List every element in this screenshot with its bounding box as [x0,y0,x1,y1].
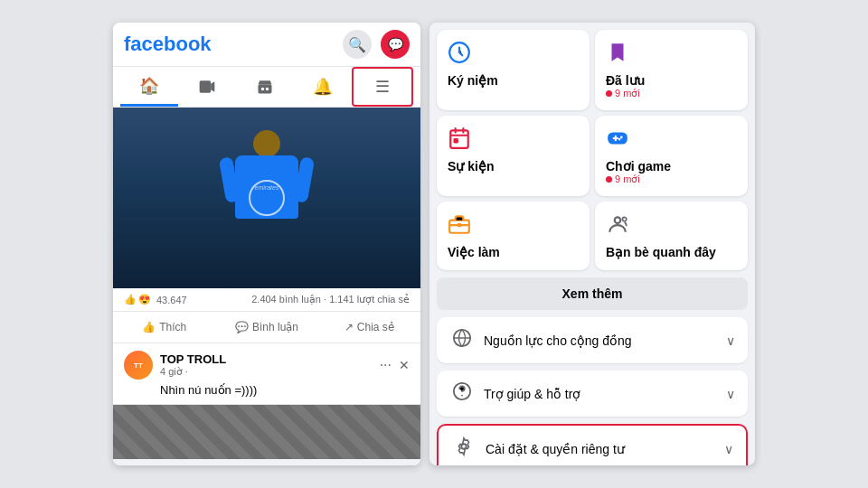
ban-be-icon [606,212,737,241]
search-icon[interactable]: 🔍 [343,30,372,59]
video-play-circle [249,180,285,216]
su-kien-icon [448,127,579,155]
facebook-logo: facebook [124,33,212,56]
facebook-menu-panel: Ký niệm Đã lưu 9 mới Sự kiện [429,23,755,465]
nav-video[interactable] [178,67,236,107]
reaction-icons: 👍 😍 43.647 [124,294,187,305]
commenter-name: TOP TROLL [160,352,373,366]
xem-them-button[interactable]: Xem thêm [437,277,748,310]
nguon-luc-label: Nguồn lực cho cộng đồng [484,333,717,348]
svg-point-8 [620,136,623,139]
menu-card-ban-be[interactable]: Bạn bè quanh đây [595,202,748,270]
fb-feed-content: emirates 👍 😍 43.647 [113,108,420,465]
comment-close-icon[interactable]: ✕ [399,358,410,372]
svg-rect-11 [458,223,461,227]
svg-point-9 [618,138,621,141]
share-button[interactable]: ↗ Chia sẻ [318,315,420,339]
viec-lam-label: Việc làm [448,245,579,259]
nguon-luc-chevron: ∨ [726,333,735,348]
comment-menu-icon[interactable]: ··· [380,357,392,373]
su-kien-label: Sự kiện [448,159,579,174]
like-button[interactable]: 👍 Thích [113,315,215,339]
svg-rect-5 [450,130,468,148]
comment-section: TT TOP TROLL 4 giờ · ··· ✕ Nhìn nú nuốn … [113,343,420,405]
fb-header: facebook 🔍 💬 [113,23,420,67]
commenter-time: 4 giờ · [160,366,373,378]
post-video: emirates [113,108,420,288]
viec-lam-icon [448,212,579,241]
post-actions: 👍 Thích 💬 Bình luận ↗ Chia sẻ [113,312,420,343]
menu-card-su-kien[interactable]: Sự kiện [437,116,590,196]
svg-point-16 [461,395,463,397]
da-luu-icon [606,41,737,70]
nav-bell[interactable]: 🔔 [294,67,352,107]
menu-card-choi-game[interactable]: Chơi game 9 mới [595,116,748,196]
header-icons: 🔍 💬 [343,30,410,59]
nav-menu[interactable]: ☰ [352,67,413,107]
heart-icon: 😍 [138,294,151,305]
menu-cards-grid: Ký niệm Đã lưu 9 mới Sự kiện [437,30,748,270]
ky-niem-label: Ký niệm [448,73,579,88]
comment-button[interactable]: 💬 Bình luận [215,315,317,339]
menu-card-ky-niem[interactable]: Ký niệm [437,30,590,110]
svg-rect-0 [200,80,212,92]
comments-shares: 2.404 bình luận · 1.141 lượt chia sẻ [251,294,410,305]
cai-dat-chevron: ∨ [724,442,733,456]
menu-item-nguon-luc[interactable]: Nguồn lực cho cộng đồng ∨ [437,317,748,363]
fb-nav: 🏠 🔔 ☰ [113,67,420,108]
tro-giup-chevron: ∨ [726,387,735,401]
nav-marketplace[interactable] [236,67,294,107]
commenter-info: TT TOP TROLL 4 giờ · ··· ✕ [124,351,410,380]
badge-dot-game [606,176,612,183]
menu-item-tro-giup[interactable]: Trợ giúp & hỗ trợ ∨ [437,371,748,417]
cai-dat-label: Cài đặt & quyền riêng tư [486,442,715,456]
tro-giup-label: Trợ giúp & hỗ trợ [484,387,717,401]
minecraft-preview [113,405,420,459]
nav-home[interactable]: 🏠 [120,67,178,107]
comment-icon: 💬 [235,321,249,333]
commenter-avatar: TT [124,351,153,380]
facebook-mobile-panel: facebook 🔍 💬 🏠 🔔 ☰ [113,23,420,465]
ban-be-label: Bạn bè quanh đây [606,245,737,259]
badge-dot [606,90,612,97]
menu-card-viec-lam[interactable]: Việc làm [437,202,590,270]
menu-card-da-luu[interactable]: Đã lưu 9 mới [595,30,748,110]
svg-point-3 [266,88,269,90]
da-luu-badge: 9 mới [606,88,737,99]
svg-rect-6 [454,138,458,143]
ky-niem-icon [448,41,579,70]
svg-point-2 [261,88,264,90]
svg-point-12 [615,217,621,223]
nguon-luc-icon [449,328,475,352]
share-icon: ↗ [344,321,354,333]
post-stats: 👍 😍 43.647 2.404 bình luận · 1.141 lượt … [113,288,420,312]
svg-point-13 [622,217,626,221]
comment-text: Nhìn nú nuốn =)))) [124,383,410,397]
like-icon: 👍 [124,294,137,305]
reactions-count: 43.647 [156,295,187,305]
da-luu-label: Đã lưu [606,73,737,88]
messenger-icon[interactable]: 💬 [381,30,410,59]
video-background: emirates [113,108,420,288]
svg-rect-1 [259,85,272,94]
menu-item-cai-dat[interactable]: Cài đặt & quyền riêng tư ∨ [437,424,748,465]
choi-game-label: Chơi game [606,159,737,174]
tro-giup-icon [449,381,475,406]
choi-game-icon [606,127,737,155]
cai-dat-icon [451,436,476,461]
choi-game-badge: 9 mới [606,174,737,185]
thumbs-up-icon: 👍 [142,321,156,333]
commenter-name-area: TOP TROLL 4 giờ · [160,352,373,378]
